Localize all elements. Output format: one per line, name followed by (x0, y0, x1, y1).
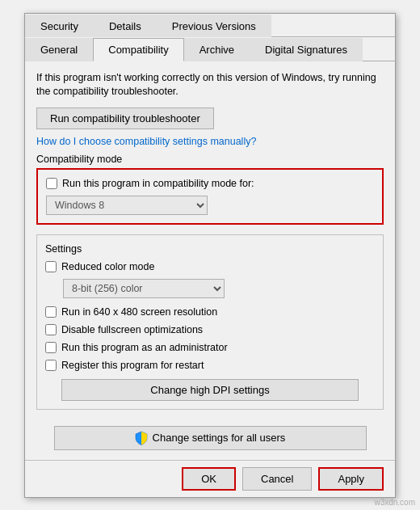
tabs-row-2: General Compatibility Archive Digital Si… (25, 37, 395, 61)
register-restart-row: Register this program for restart (45, 360, 375, 371)
compat-mode-label: Compatibility mode (36, 154, 384, 165)
properties-dialog: Security Details Previous Versions Gener… (24, 13, 396, 498)
apply-button[interactable]: Apply (318, 467, 384, 491)
tab-compatibility[interactable]: Compatibility (93, 38, 183, 61)
help-link[interactable]: How do I choose compatibility settings m… (36, 136, 384, 147)
disable-fullscreen-row: Disable fullscreen optimizations (45, 324, 375, 335)
ok-button[interactable]: OK (182, 467, 236, 491)
settings-title: Settings (45, 243, 375, 255)
reduced-color-label: Reduced color mode (61, 261, 154, 272)
compat-mode-dropdown[interactable]: Windows 8 Windows 7 Windows Vista Window… (46, 196, 208, 215)
screen-res-checkbox[interactable] (45, 306, 57, 318)
screen-res-label: Run in 640 x 480 screen resolution (61, 306, 217, 318)
reduced-color-row: Reduced color mode (45, 261, 375, 272)
tab-digital-signatures[interactable]: Digital Signatures (250, 38, 363, 61)
settings-box: Settings Reduced color mode 8-bit (256) … (36, 234, 384, 410)
compat-mode-checkbox-label: Run this program in compatibility mode f… (62, 178, 254, 189)
screen-res-row: Run in 640 x 480 screen resolution (45, 306, 375, 318)
change-users-button[interactable]: Change settings for all users (54, 426, 367, 450)
tab-details[interactable]: Details (94, 15, 157, 37)
compat-mode-box: Run this program in compatibility mode f… (36, 168, 384, 225)
run-admin-checkbox[interactable] (45, 342, 57, 353)
tab-general[interactable]: General (25, 38, 93, 61)
bottom-bar: OK Cancel Apply (25, 460, 395, 497)
disable-fullscreen-checkbox[interactable] (45, 324, 57, 335)
disable-fullscreen-label: Disable fullscreen optimizations (61, 324, 203, 335)
reduced-color-checkbox[interactable] (45, 261, 57, 272)
change-dpi-button[interactable]: Change high DPI settings (61, 379, 358, 401)
tab-security[interactable]: Security (25, 15, 94, 37)
color-depth-dropdown[interactable]: 8-bit (256) color 16-bit color (63, 279, 225, 298)
run-admin-row: Run this program as an administrator (45, 342, 375, 353)
cancel-button[interactable]: Cancel (242, 467, 312, 491)
compat-mode-checkbox[interactable] (46, 178, 57, 189)
tab-archive[interactable]: Archive (184, 38, 250, 61)
register-restart-label: Register this program for restart (61, 360, 204, 371)
tab-previous-versions[interactable]: Previous Versions (157, 15, 271, 37)
run-admin-label: Run this program as an administrator (61, 342, 228, 353)
troubleshooter-button[interactable]: Run compatibility troubleshooter (36, 107, 214, 129)
change-users-label: Change settings for all users (153, 432, 286, 444)
watermark: w3xdn.com (374, 498, 415, 507)
shield-icon (135, 431, 148, 445)
tabs-row-1: Security Details Previous Versions (25, 14, 395, 37)
description-text: If this program isn't working correctly … (36, 71, 384, 99)
main-content: If this program isn't working correctly … (25, 61, 395, 460)
compat-checkbox-row: Run this program in compatibility mode f… (46, 178, 374, 189)
register-restart-checkbox[interactable] (45, 360, 57, 371)
